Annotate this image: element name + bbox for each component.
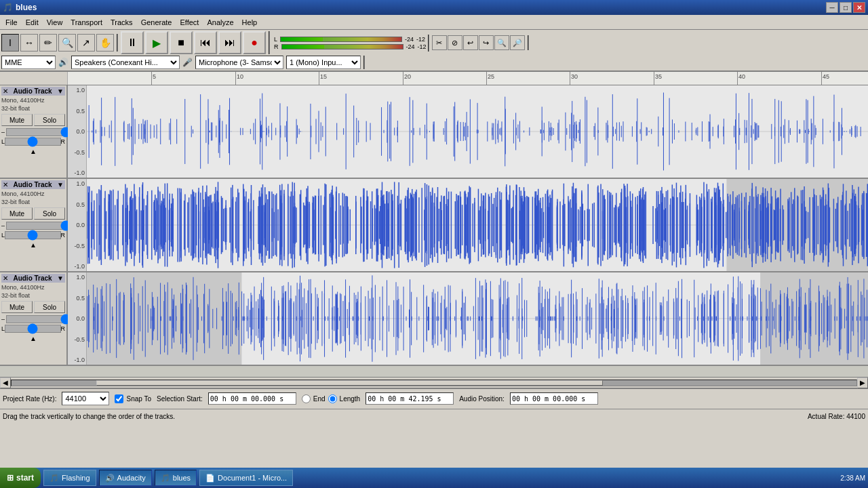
- record-button[interactable]: ●: [243, 31, 266, 54]
- taskbar-item-flashing[interactable]: 🎵 Flashing: [43, 470, 96, 486]
- trim-button[interactable]: ✂: [432, 35, 447, 50]
- microphone-select[interactable]: Microphone (3- Samson ...: [195, 56, 283, 69]
- svg-rect-1019: [778, 198, 778, 251]
- mute-button-2[interactable]: Mute: [1, 207, 33, 220]
- track-dropdown-1[interactable]: ▼: [57, 87, 64, 95]
- svg-rect-1488: [595, 293, 596, 344]
- track-collapse-2[interactable]: ▲: [30, 241, 37, 249]
- mme-select[interactable]: MME: [1, 56, 56, 69]
- envelope-tool-button[interactable]: ↔: [20, 34, 38, 52]
- track-collapse-3[interactable]: ▲: [30, 335, 37, 342]
- track-dropdown-3[interactable]: ▼: [57, 274, 64, 282]
- mute-button-3[interactable]: Mute: [1, 301, 33, 313]
- audio-position-input[interactable]: [510, 392, 598, 405]
- zoom-out-button[interactable]: 🔎: [510, 35, 525, 50]
- scroll-right-button[interactable]: ▶: [857, 378, 868, 388]
- scroll-thumb[interactable]: [96, 380, 604, 386]
- scroll-track[interactable]: [11, 380, 857, 386]
- time-shift-button[interactable]: ↗: [77, 34, 95, 52]
- play-button[interactable]: ▶: [145, 31, 168, 54]
- menu-generate[interactable]: Generate: [137, 17, 176, 28]
- close-button[interactable]: ✕: [853, 2, 865, 13]
- svg-rect-168: [540, 129, 541, 134]
- svg-rect-901: [679, 192, 680, 258]
- input-select[interactable]: 1 (Mono) Inpu...: [286, 56, 361, 69]
- length-radio[interactable]: [328, 394, 337, 403]
- svg-rect-1278: [306, 303, 307, 333]
- selection-length-input[interactable]: [366, 392, 454, 405]
- track-collapse-1[interactable]: ▲: [30, 148, 37, 155]
- svg-rect-54: [220, 118, 220, 145]
- taskbar-item-blues[interactable]: 🎵 blues: [155, 470, 197, 486]
- svg-rect-1526: [642, 291, 643, 346]
- track-close-1[interactable]: ✕: [3, 87, 8, 95]
- svg-rect-733: [513, 190, 513, 260]
- stop-button[interactable]: ■: [170, 31, 193, 54]
- redo-button[interactable]: ↪: [479, 35, 494, 50]
- select-tool-button[interactable]: I: [1, 34, 19, 52]
- snap-to-checkbox[interactable]: [115, 394, 123, 403]
- menu-file[interactable]: File: [1, 17, 22, 28]
- track-format-2: Mono, 44100Hz: [1, 190, 65, 198]
- maximize-button[interactable]: □: [840, 2, 852, 13]
- track-waveform-3: 1.0 0.5 0.0 -0.5 -1.0: [68, 272, 868, 365]
- skip-end-button[interactable]: ⏭: [218, 31, 241, 54]
- menu-analyze[interactable]: Analyze: [203, 17, 237, 28]
- svg-rect-330: [113, 190, 113, 261]
- svg-rect-1358: [412, 317, 412, 321]
- svg-rect-1143: [140, 306, 140, 331]
- menu-effect[interactable]: Effect: [176, 17, 203, 28]
- menu-edit[interactable]: Edit: [22, 17, 43, 28]
- svg-rect-394: [173, 199, 174, 252]
- speakers-select[interactable]: Speakers (Conexant Hi...: [71, 56, 180, 69]
- status-message: Drag the track vertically to change the …: [3, 413, 175, 420]
- svg-rect-195: [587, 100, 587, 163]
- pan-slider-2[interactable]: [5, 231, 60, 239]
- track-close-2[interactable]: ✕: [3, 181, 8, 188]
- track-close-3[interactable]: ✕: [3, 274, 8, 282]
- svg-rect-1011: [772, 197, 772, 254]
- svg-rect-1632: [778, 304, 779, 332]
- pause-button[interactable]: ⏸: [121, 31, 144, 54]
- svg-rect-1665: [815, 302, 816, 335]
- zoom-in-button[interactable]: 🔍: [494, 35, 509, 50]
- track-dropdown-2[interactable]: ▼: [57, 181, 64, 188]
- windows-icon: ⊞: [7, 473, 14, 483]
- menu-tracks[interactable]: Tracks: [106, 17, 137, 28]
- taskbar-item-audacity[interactable]: 🔊 Audacity: [99, 470, 152, 486]
- svg-rect-297: [852, 128, 852, 136]
- solo-button-1[interactable]: Solo: [34, 114, 65, 126]
- titlebar-controls[interactable]: ─ □ ✕: [826, 2, 865, 13]
- svg-rect-1311: [342, 301, 343, 336]
- solo-button-2[interactable]: Solo: [34, 207, 65, 220]
- draw-tool-button[interactable]: ✏: [39, 34, 57, 52]
- pan-slider-3[interactable]: [5, 325, 60, 333]
- svg-rect-902: [680, 186, 681, 265]
- taskbar-item-document[interactable]: 📄 Document1 - Micro...: [199, 470, 293, 486]
- end-radio[interactable]: [302, 394, 311, 403]
- start-button[interactable]: ⊞ start: [0, 468, 41, 488]
- minimize-button[interactable]: ─: [826, 2, 838, 13]
- svg-rect-1206: [235, 302, 236, 335]
- svg-rect-1557: [695, 308, 696, 330]
- selection-start-input[interactable]: [208, 392, 296, 405]
- menu-help[interactable]: Help: [238, 17, 262, 28]
- mute-button-1[interactable]: Mute: [1, 114, 33, 126]
- svg-rect-1401: [478, 298, 479, 340]
- pan-slider-1[interactable]: [5, 138, 60, 146]
- multi-tool-button[interactable]: ✋: [96, 34, 114, 52]
- zoom-tool-button[interactable]: 🔍: [58, 34, 76, 52]
- skip-start-button[interactable]: ⏮: [194, 31, 217, 54]
- svg-rect-1403: [479, 281, 480, 356]
- horizontal-scrollbar[interactable]: ◀ ▶: [0, 377, 868, 388]
- svg-rect-1556: [694, 280, 694, 357]
- undo-button[interactable]: ↩: [463, 35, 478, 50]
- svg-rect-277: [809, 131, 810, 132]
- scroll-left-button[interactable]: ◀: [0, 378, 11, 388]
- menu-view[interactable]: View: [43, 17, 67, 28]
- menu-transport[interactable]: Transport: [66, 17, 106, 28]
- solo-button-3[interactable]: Solo: [34, 301, 65, 313]
- tracks-container[interactable]: ✕ Audio Track ▼ Mono, 44100Hz 32-bit flo…: [0, 85, 868, 377]
- silence-button[interactable]: ⊘: [448, 35, 462, 50]
- project-rate-select[interactable]: 44100: [62, 392, 109, 405]
